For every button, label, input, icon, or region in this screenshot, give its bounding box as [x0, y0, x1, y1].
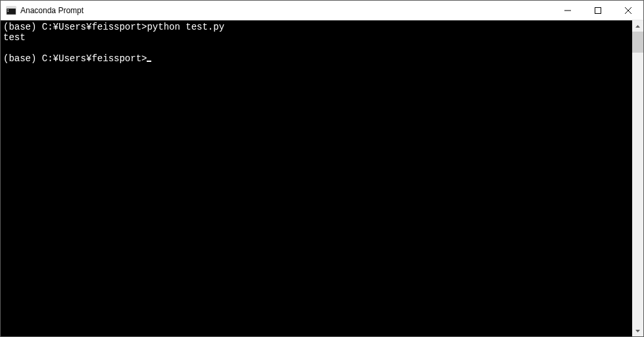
- cursor: [147, 61, 151, 62]
- terminal-line: (base) C:¥Users¥feissport>python test.py: [3, 22, 630, 32]
- terminal-line: test: [3, 32, 630, 43]
- svg-rect-5: [595, 7, 601, 13]
- scroll-track[interactable]: [632, 32, 643, 325]
- prompt: (base) C:¥Users¥feissport>: [3, 53, 147, 64]
- scrollbar: [632, 20, 643, 336]
- svg-rect-2: [8, 9, 9, 11]
- app-icon: [6, 5, 16, 16]
- scroll-down-button[interactable]: [632, 325, 643, 336]
- terminal-content[interactable]: (base) C:¥Users¥feissport>python test.py…: [1, 20, 632, 336]
- scroll-up-button[interactable]: [632, 20, 643, 32]
- close-button[interactable]: [613, 1, 643, 20]
- titlebar[interactable]: Anaconda Prompt: [1, 1, 643, 20]
- svg-marker-9: [635, 330, 640, 332]
- svg-rect-1: [7, 7, 16, 9]
- scroll-thumb[interactable]: [632, 32, 643, 53]
- svg-rect-3: [8, 11, 9, 12]
- minimize-button[interactable]: [553, 1, 583, 20]
- window-title: Anaconda Prompt: [20, 6, 553, 15]
- prompt: (base) C:¥Users¥feissport>: [3, 22, 147, 32]
- window-controls: [553, 1, 643, 20]
- terminal-line: (base) C:¥Users¥feissport>: [3, 53, 630, 64]
- maximize-button[interactable]: [583, 1, 613, 20]
- terminal-area: (base) C:¥Users¥feissport>python test.py…: [1, 20, 643, 336]
- command: python test.py: [147, 22, 224, 32]
- window-frame: Anaconda Prompt (base) C:¥Users¥feisspo: [0, 0, 644, 337]
- svg-marker-8: [635, 25, 640, 28]
- terminal-line: [3, 43, 630, 53]
